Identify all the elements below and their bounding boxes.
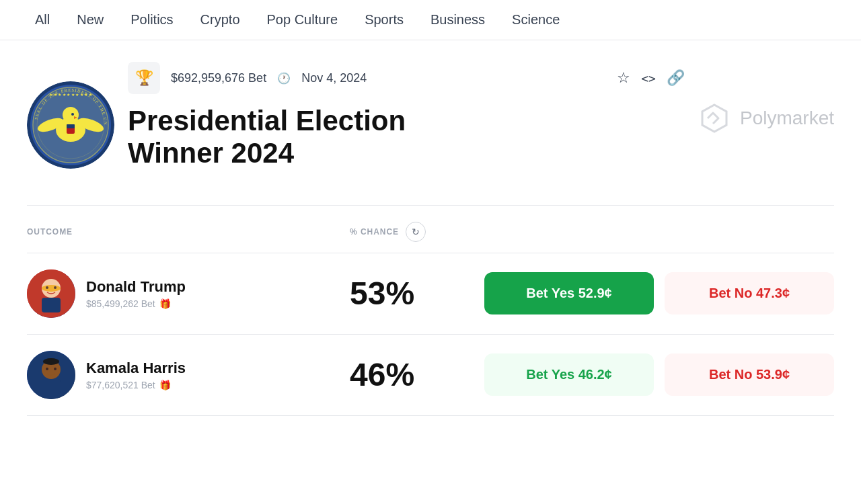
star-icon[interactable]: ☆	[617, 69, 630, 87]
harris-name: Kamala Harris	[86, 360, 186, 377]
polymarket-logo-icon	[698, 102, 731, 134]
harris-bet-no-button[interactable]: Bet No 53.9¢	[665, 353, 834, 396]
harris-bet-yes-button[interactable]: Bet Yes 46.2¢	[484, 353, 654, 396]
refresh-button[interactable]: ↻	[406, 222, 426, 242]
trump-bet-no-button[interactable]: Bet No 47.3¢	[665, 272, 834, 314]
gift-icon-harris: 🎁	[159, 380, 171, 390]
svg-point-21	[54, 286, 57, 289]
harris-bet-buttons: Bet Yes 46.2¢ Bet No 53.9¢	[484, 353, 834, 396]
candidate-details-harris: Kamala Harris $77,620,521 Bet 🎁	[86, 360, 186, 390]
polymarket-label: Polymarket	[740, 108, 834, 129]
market-date: Nov 4, 2024	[301, 71, 367, 85]
candidate-details-trump: Donald Trump $85,499,262 Bet 🎁	[86, 278, 186, 309]
trump-pct: 53%	[350, 275, 484, 312]
market-title: Presidential Election Winner 2024	[128, 105, 406, 170]
header-meta: 🏆 $692,959,676 Bet 🕐 Nov 4, 2024 ☆ <> 🔗	[128, 62, 685, 94]
clock-icon: 🕐	[277, 72, 291, 85]
share-link-icon[interactable]: 🔗	[667, 69, 685, 87]
nav-item-crypto[interactable]: Crypto	[187, 0, 254, 40]
svg-point-26	[46, 368, 48, 370]
main-content: ★ ★ ★ ★ ★ ★ ★ ★ ★ ★ SEAL OF THE PRESIDEN…	[0, 40, 861, 429]
trump-name: Donald Trump	[86, 278, 186, 296]
presidential-seal: ★ ★ ★ ★ ★ ★ ★ ★ ★ ★ SEAL OF THE PRESIDEN…	[27, 81, 114, 171]
nav-item-business[interactable]: Business	[417, 0, 498, 40]
outcomes-header: OUTCOME % CHANCE ↻	[27, 216, 834, 247]
candidate-info-trump: Donald Trump $85,499,262 Bet 🎁	[27, 269, 350, 318]
svg-rect-24	[42, 379, 61, 394]
nav-item-pop-culture[interactable]: Pop Culture	[254, 0, 352, 40]
nav-item-politics[interactable]: Politics	[117, 0, 186, 40]
outcome-row-harris: Kamala Harris $77,620,521 Bet 🎁 46% Bet …	[27, 335, 834, 415]
section-divider	[27, 205, 834, 206]
header-actions: ☆ <> 🔗	[617, 69, 685, 87]
svg-point-20	[46, 286, 48, 289]
col-outcome-header: OUTCOME	[27, 227, 350, 237]
trump-bet-buttons: Bet Yes 52.9¢ Bet No 47.3¢	[484, 272, 834, 314]
nav-item-sports[interactable]: Sports	[351, 0, 417, 40]
harris-pct: 46%	[350, 356, 484, 393]
avatar-trump	[27, 269, 75, 318]
svg-point-25	[43, 358, 59, 365]
trump-bet-amount: $85,499,262 Bet 🎁	[86, 298, 186, 309]
avatar-harris	[27, 351, 75, 399]
svg-rect-10	[67, 124, 75, 128]
harris-bet-amount: $77,620,521 Bet 🎁	[86, 380, 186, 390]
svg-marker-15	[702, 105, 726, 132]
candidate-info-harris: Kamala Harris $77,620,521 Bet 🎁	[27, 351, 350, 399]
svg-point-7	[71, 113, 74, 116]
outcome-row-trump: Donald Trump $85,499,262 Bet 🎁 53% Bet Y…	[27, 253, 834, 334]
col-chance-header: % CHANCE ↻	[350, 222, 484, 242]
svg-point-27	[54, 368, 57, 370]
trophy-badge: 🏆	[128, 62, 160, 94]
nav-item-all[interactable]: All	[22, 0, 63, 40]
svg-point-19	[42, 285, 61, 292]
nav-bar: All New Politics Crypto Pop Culture Spor…	[0, 0, 861, 40]
bet-amount: $692,959,676 Bet	[171, 71, 266, 85]
trophy-icon: 🏆	[135, 69, 153, 87]
polymarket-brand: Polymarket	[698, 102, 834, 134]
nav-item-new[interactable]: New	[63, 0, 117, 40]
embed-icon[interactable]: <>	[641, 71, 656, 85]
nav-item-science[interactable]: Science	[498, 0, 573, 40]
trump-bet-yes-button[interactable]: Bet Yes 52.9¢	[484, 272, 654, 314]
row-divider-bottom	[27, 415, 834, 416]
svg-rect-18	[42, 298, 61, 312]
gift-icon-trump: 🎁	[159, 298, 171, 309]
svg-point-6	[63, 107, 79, 123]
title-section: Presidential Election Winner 2024	[128, 105, 685, 170]
